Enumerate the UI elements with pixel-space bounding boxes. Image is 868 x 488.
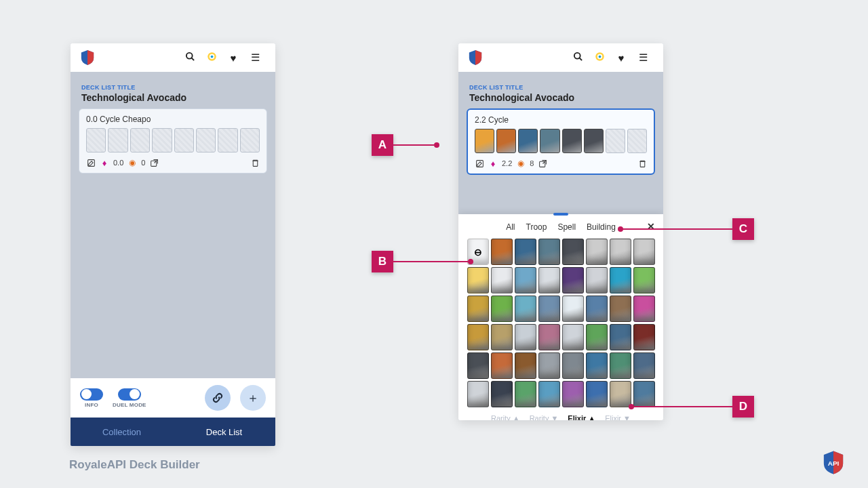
card-slot[interactable] — [152, 128, 172, 152]
card-slot[interactable] — [562, 129, 582, 153]
duel-mode-toggle-label: DUEL MODE — [113, 402, 146, 408]
sort-rarity-desc[interactable]: Rarity ▼ — [530, 414, 559, 420]
card-slot[interactable] — [475, 129, 494, 153]
card-option[interactable] — [491, 352, 513, 379]
card-option[interactable] — [562, 324, 584, 350]
card-option[interactable] — [586, 296, 608, 322]
target-icon[interactable] — [201, 52, 222, 64]
card-slot[interactable] — [496, 129, 516, 153]
menu-icon[interactable]: ☰ — [244, 52, 266, 64]
card-option[interactable] — [586, 381, 608, 407]
card-option[interactable] — [538, 296, 560, 322]
sort-elixir-asc[interactable]: Elixir ▲ — [568, 414, 595, 420]
card-slot[interactable] — [584, 129, 604, 153]
card-slot[interactable] — [540, 129, 559, 153]
card-slot[interactable] — [518, 129, 538, 153]
card-option[interactable] — [610, 352, 631, 379]
card-option[interactable] — [515, 381, 536, 407]
svg-point-4 — [210, 56, 213, 58]
search-icon[interactable] — [179, 52, 201, 64]
card-option[interactable] — [633, 352, 655, 379]
card-option[interactable] — [491, 296, 513, 322]
card-option[interactable] — [610, 324, 631, 350]
card-option[interactable] — [562, 296, 584, 322]
card-slot[interactable] — [240, 128, 260, 152]
card-option[interactable] — [610, 267, 631, 293]
info-toggle[interactable] — [80, 388, 103, 401]
card-option[interactable] — [586, 324, 608, 350]
card-option[interactable] — [515, 267, 536, 293]
card-option[interactable] — [467, 381, 489, 407]
card-option[interactable] — [515, 324, 536, 350]
heart-icon[interactable]: ♥ — [222, 52, 244, 64]
card-option[interactable] — [538, 352, 560, 379]
card-option[interactable] — [633, 324, 655, 350]
tab-collection[interactable]: Collection — [71, 418, 173, 446]
card-option[interactable] — [562, 381, 584, 407]
card-slot[interactable] — [606, 129, 625, 153]
edit-icon[interactable] — [475, 159, 484, 168]
menu-icon[interactable]: ☰ — [632, 52, 654, 64]
card-slot[interactable] — [174, 128, 194, 152]
card-option[interactable] — [467, 267, 489, 293]
card-option[interactable] — [633, 267, 655, 293]
delete-icon[interactable] — [250, 158, 260, 167]
card-option[interactable] — [515, 239, 536, 265]
card-option[interactable] — [515, 352, 536, 379]
card-option[interactable] — [586, 267, 608, 293]
svg-rect-15 — [640, 161, 645, 167]
heart-icon[interactable]: ♥ — [610, 52, 632, 64]
card-option[interactable] — [610, 239, 631, 265]
edit-icon[interactable] — [86, 158, 96, 167]
filter-building[interactable]: Building — [587, 222, 616, 232]
search-icon[interactable] — [567, 52, 589, 64]
card-option[interactable] — [633, 239, 655, 265]
card-option[interactable] — [562, 352, 584, 379]
delete-icon[interactable] — [637, 159, 647, 168]
card-slot[interactable] — [196, 128, 216, 152]
card-option[interactable] — [586, 352, 608, 379]
add-button[interactable]: ＋ — [240, 385, 266, 411]
card-option[interactable] — [467, 296, 489, 322]
card-option[interactable] — [562, 239, 584, 265]
target-icon[interactable] — [589, 52, 610, 64]
tab-deck-list[interactable]: Deck List — [173, 418, 275, 446]
card-option[interactable] — [633, 381, 655, 407]
sort-elixir-desc[interactable]: Elixir ▼ — [605, 414, 631, 420]
filter-spell[interactable]: Spell — [557, 222, 576, 232]
deck-card[interactable]: 0.0 Cycle Cheapo ♦ 0.0 ◉ 0 — [79, 108, 267, 174]
card-option[interactable] — [586, 239, 608, 265]
card-option[interactable] — [515, 296, 536, 322]
deck-card-active[interactable]: 2.2 Cycle ♦ 2.2 ◉ 8 — [467, 108, 655, 175]
card-option[interactable] — [562, 267, 584, 293]
open-external-icon[interactable] — [149, 158, 159, 167]
card-option[interactable] — [491, 381, 513, 407]
card-option[interactable] — [538, 324, 560, 350]
card-option[interactable] — [467, 324, 489, 350]
section-label: DECK LIST TITLE — [71, 72, 275, 92]
picker-drag-handle[interactable] — [553, 213, 568, 216]
sort-rarity-asc[interactable]: Rarity ▲ — [491, 414, 520, 420]
card-option[interactable] — [538, 381, 560, 407]
card-option[interactable] — [610, 381, 631, 407]
open-external-icon[interactable] — [538, 159, 547, 168]
card-option[interactable] — [467, 352, 489, 379]
close-icon[interactable]: ✕ — [647, 221, 655, 232]
link-button[interactable] — [205, 385, 231, 411]
card-option[interactable] — [491, 267, 513, 293]
duel-mode-toggle[interactable] — [118, 388, 141, 401]
card-slot[interactable] — [218, 128, 237, 152]
card-slot[interactable] — [108, 128, 127, 152]
card-option[interactable] — [538, 239, 560, 265]
card-option[interactable] — [610, 296, 631, 322]
card-option[interactable] — [491, 239, 513, 265]
card-option[interactable] — [538, 267, 560, 293]
card-slot[interactable] — [130, 128, 150, 152]
card-option[interactable] — [491, 324, 513, 350]
card-slot[interactable] — [86, 128, 106, 152]
card-option[interactable] — [633, 296, 655, 322]
filter-all[interactable]: All — [506, 222, 515, 232]
footer-logo: API — [822, 450, 845, 476]
card-slot[interactable] — [627, 129, 647, 153]
filter-troop[interactable]: Troop — [526, 222, 547, 232]
